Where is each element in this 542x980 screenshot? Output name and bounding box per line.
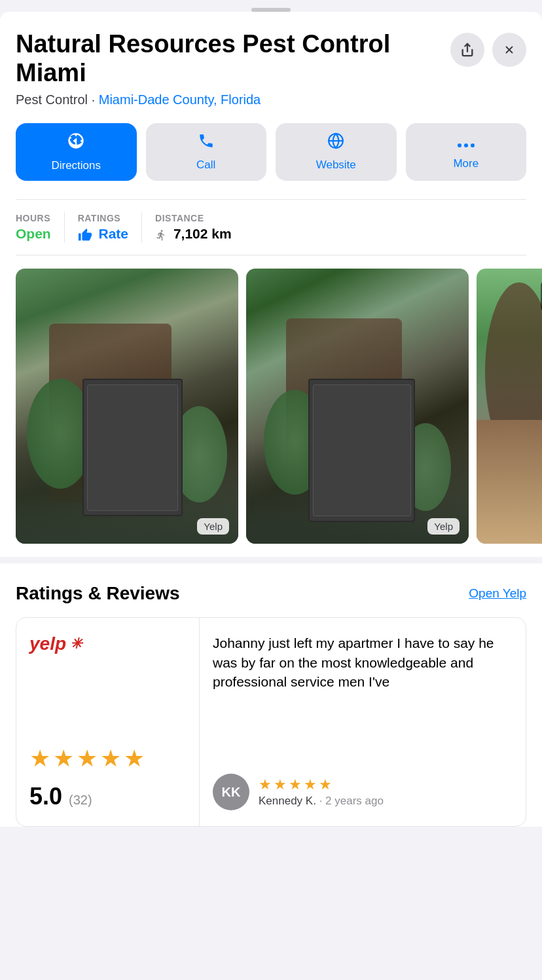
business-location-link[interactable]: Miami-Dade County, Florida bbox=[99, 92, 261, 107]
photo-badge-2: Yelp bbox=[427, 518, 460, 535]
distance-icon bbox=[155, 226, 171, 241]
author-star-3: ★ bbox=[289, 776, 302, 793]
reviews-title: Ratings & Reviews bbox=[16, 583, 180, 604]
main-card: Natural Resources Pest Control Miami Pes… bbox=[0, 12, 542, 557]
business-title: Natural Resources Pest Control Miami bbox=[16, 30, 450, 87]
close-button[interactable] bbox=[492, 33, 526, 67]
top-divider bbox=[16, 199, 526, 200]
svg-point-7 bbox=[471, 143, 475, 147]
rating-count: (32) bbox=[69, 793, 92, 808]
hours-section: HOURS Open bbox=[16, 213, 64, 242]
author-star-2: ★ bbox=[274, 776, 287, 793]
avatar: KK bbox=[213, 774, 249, 810]
svg-point-5 bbox=[458, 143, 461, 147]
more-icon bbox=[458, 134, 475, 152]
yelp-logo: yelp ✳ bbox=[29, 633, 82, 654]
open-yelp-link[interactable]: Open Yelp bbox=[469, 586, 526, 601]
author-star-4: ★ bbox=[304, 776, 317, 793]
ratings-label: RATINGS bbox=[78, 213, 128, 223]
action-buttons: Directions Call Website bbox=[16, 123, 526, 181]
svg-point-6 bbox=[464, 143, 468, 147]
star-1: ★ bbox=[29, 745, 50, 772]
photo-item[interactable]: Nitu ogu 30 bbox=[477, 269, 542, 544]
photo-item[interactable]: Yelp bbox=[16, 269, 238, 544]
distance-value: 7,102 km bbox=[155, 226, 232, 242]
info-row: HOURS Open RATINGS Rate DISTANCE bbox=[16, 212, 526, 255]
author-stars: ★ ★ ★ ★ ★ bbox=[259, 776, 384, 793]
review-left: yelp ✳ ★ ★ ★ ★ ★ 5.0 (32) bbox=[16, 618, 200, 826]
directions-button[interactable]: Directions bbox=[16, 123, 137, 181]
subtitle-separator: · bbox=[92, 92, 99, 107]
photo-badge-1: Yelp bbox=[197, 518, 229, 535]
review-card: yelp ✳ ★ ★ ★ ★ ★ 5.0 (32) Johanny just l… bbox=[16, 617, 526, 827]
distance-section: DISTANCE 7,102 km bbox=[142, 213, 245, 242]
rating-number: 5.0 bbox=[29, 783, 62, 810]
call-label: Call bbox=[196, 159, 215, 172]
reviews-section: Ratings & Reviews Open Yelp yelp ✳ ★ ★ ★… bbox=[0, 563, 542, 827]
star-4: ★ bbox=[100, 745, 121, 772]
call-button[interactable]: Call bbox=[146, 123, 267, 181]
share-button[interactable] bbox=[450, 33, 484, 67]
rating-row: 5.0 (32) bbox=[29, 778, 145, 810]
star-2: ★ bbox=[53, 745, 74, 772]
review-text: Johanny just left my apartmer I have to … bbox=[213, 633, 513, 691]
review-right: Johanny just left my apartmer I have to … bbox=[200, 618, 526, 826]
ratings-value[interactable]: Rate bbox=[78, 226, 128, 242]
yelp-burst-icon: ✳ bbox=[70, 635, 82, 652]
business-subtitle: Pest Control · Miami-Dade County, Florid… bbox=[16, 92, 526, 107]
star-5: ★ bbox=[124, 745, 145, 772]
website-button[interactable]: Website bbox=[276, 123, 397, 181]
author-star-5: ★ bbox=[319, 776, 332, 793]
website-icon bbox=[327, 132, 344, 153]
author-star-1: ★ bbox=[259, 776, 272, 793]
more-button[interactable]: More bbox=[406, 123, 527, 181]
distance-label: DISTANCE bbox=[155, 213, 232, 223]
header-area: Natural Resources Pest Control Miami bbox=[16, 30, 526, 87]
yelp-text: yelp bbox=[29, 633, 66, 654]
thumb-up-icon bbox=[78, 226, 96, 241]
rating-stars: ★ ★ ★ ★ ★ bbox=[29, 745, 145, 772]
hours-value: Open bbox=[16, 226, 51, 242]
photos-scroll[interactable]: Yelp Yelp Nitu ogu 30 bbox=[0, 269, 542, 557]
star-3: ★ bbox=[77, 745, 98, 772]
photo-item[interactable]: Yelp bbox=[246, 269, 469, 544]
business-category: Pest Control bbox=[16, 92, 88, 107]
directions-icon bbox=[67, 132, 85, 154]
reviews-header: Ratings & Reviews Open Yelp bbox=[16, 583, 526, 604]
website-label: Website bbox=[316, 159, 356, 172]
ratings-section: RATINGS Rate bbox=[65, 213, 141, 242]
author-time: · 2 years ago bbox=[319, 795, 384, 807]
header-buttons bbox=[450, 33, 526, 67]
directions-label: Directions bbox=[51, 159, 101, 172]
hours-label: HOURS bbox=[16, 213, 51, 223]
review-author-row: KK ★ ★ ★ ★ ★ Kennedy K. · 2 years ago bbox=[213, 774, 513, 810]
author-info: ★ ★ ★ ★ ★ Kennedy K. · 2 years ago bbox=[259, 776, 384, 808]
more-label: More bbox=[453, 157, 479, 170]
author-name: Kennedy K. · 2 years ago bbox=[259, 795, 384, 808]
call-icon bbox=[198, 132, 215, 153]
